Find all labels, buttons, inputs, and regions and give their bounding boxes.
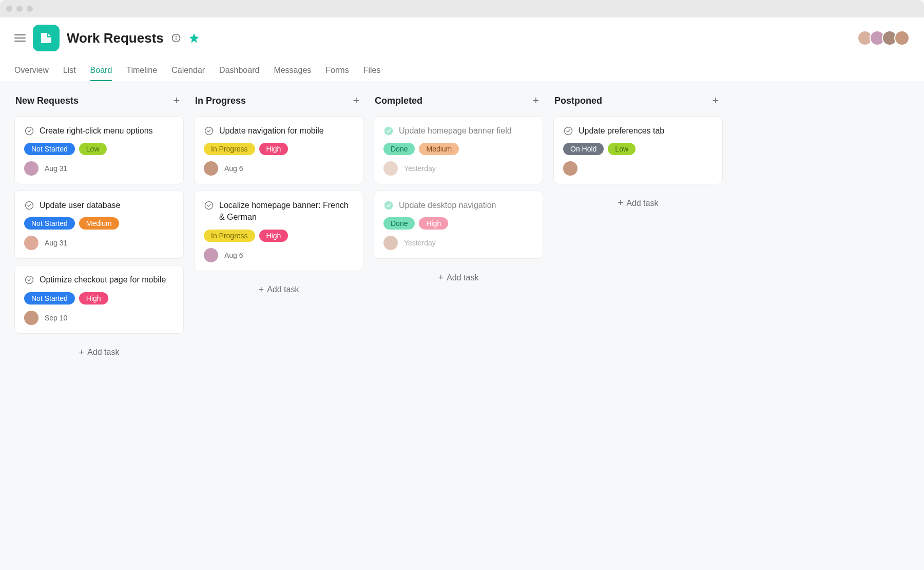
star-icon[interactable] bbox=[188, 32, 200, 44]
board: New Requests+Create right-click menu opt… bbox=[0, 81, 924, 378]
svg-point-6 bbox=[205, 127, 213, 135]
window-dot bbox=[16, 6, 23, 12]
svg-point-8 bbox=[384, 127, 393, 136]
title-row: Work Requests bbox=[14, 25, 910, 51]
tag: Not Started bbox=[24, 292, 75, 305]
tag: Done bbox=[383, 217, 415, 230]
add-task-label: Add task bbox=[267, 285, 299, 294]
tab-forms[interactable]: Forms bbox=[325, 61, 349, 81]
card-title: Update desktop navigation bbox=[399, 199, 496, 211]
assignee-avatar[interactable] bbox=[204, 161, 218, 176]
add-card-icon[interactable]: + bbox=[709, 94, 722, 107]
card-head: Update navigation for mobile bbox=[204, 125, 354, 137]
tab-files[interactable]: Files bbox=[363, 61, 381, 81]
tab-timeline[interactable]: Timeline bbox=[126, 61, 157, 81]
task-card[interactable]: Update navigation for mobileIn ProgressH… bbox=[194, 116, 363, 184]
tag: Not Started bbox=[24, 217, 75, 230]
check-complete-icon[interactable] bbox=[383, 200, 394, 211]
tab-calendar[interactable]: Calendar bbox=[171, 61, 205, 81]
task-card[interactable]: Update user databaseNot StartedMediumAug… bbox=[14, 191, 184, 259]
tab-overview[interactable]: Overview bbox=[14, 61, 49, 81]
tab-dashboard[interactable]: Dashboard bbox=[219, 61, 259, 81]
assignee-avatar[interactable] bbox=[383, 161, 398, 176]
plus-icon: + bbox=[438, 272, 444, 283]
assignee-avatar[interactable] bbox=[204, 248, 218, 262]
due-date: Aug 31 bbox=[45, 239, 67, 247]
card-head: Update user database bbox=[24, 199, 174, 211]
card-foot: Aug 6 bbox=[204, 248, 354, 262]
tag: Low bbox=[79, 143, 107, 155]
card-title: Update homepage banner field bbox=[399, 125, 512, 137]
tab-board[interactable]: Board bbox=[90, 61, 112, 81]
project-title: Work Requests bbox=[67, 30, 164, 46]
plus-icon: + bbox=[79, 347, 85, 358]
add-card-icon[interactable]: + bbox=[530, 94, 542, 107]
check-circle-icon[interactable] bbox=[204, 200, 214, 211]
task-card[interactable]: Update homepage banner fieldDoneMediumYe… bbox=[374, 116, 543, 184]
card-foot bbox=[563, 161, 713, 176]
tag: High bbox=[259, 230, 288, 242]
add-task-button[interactable]: +Add task bbox=[194, 277, 363, 302]
check-circle-icon[interactable] bbox=[24, 275, 34, 285]
tag: Done bbox=[383, 143, 415, 155]
column: In Progress+Update navigation for mobile… bbox=[194, 94, 363, 302]
tag: Not Started bbox=[24, 143, 75, 155]
svg-point-10 bbox=[565, 127, 572, 135]
tag: High bbox=[79, 292, 108, 305]
card-head: Update desktop navigation bbox=[383, 199, 533, 211]
tag: On Hold bbox=[563, 143, 604, 155]
task-card[interactable]: Optimize checkout page for mobileNot Sta… bbox=[14, 265, 184, 333]
card-foot: Sep 10 bbox=[24, 311, 174, 325]
tag: In Progress bbox=[204, 230, 255, 242]
card-title: Update navigation for mobile bbox=[219, 125, 324, 137]
add-task-button[interactable]: +Add task bbox=[553, 191, 723, 216]
hamburger-menu-icon[interactable] bbox=[14, 34, 26, 42]
add-task-button[interactable]: +Add task bbox=[14, 340, 184, 365]
tag: High bbox=[419, 217, 448, 230]
card-foot: Aug 31 bbox=[24, 236, 174, 250]
tags: Not StartedHigh bbox=[24, 292, 174, 305]
add-card-icon[interactable]: + bbox=[170, 94, 183, 107]
column: New Requests+Create right-click menu opt… bbox=[14, 94, 184, 365]
assignee-avatar[interactable] bbox=[563, 161, 578, 176]
avatar[interactable] bbox=[894, 30, 910, 46]
column-title: In Progress bbox=[195, 96, 246, 106]
card-title: Update preferences tab bbox=[579, 125, 664, 137]
check-circle-icon[interactable] bbox=[24, 126, 34, 136]
due-date: Aug 6 bbox=[224, 251, 243, 259]
task-card[interactable]: Create right-click menu optionsNot Start… bbox=[14, 116, 184, 184]
task-card[interactable]: Update desktop navigationDoneHighYesterd… bbox=[374, 191, 543, 259]
window-chrome bbox=[0, 0, 924, 17]
card-foot: Yesterday bbox=[383, 236, 533, 250]
assignee-avatar[interactable] bbox=[24, 161, 38, 176]
task-card[interactable]: Localize homepage banner: French & Germa… bbox=[194, 191, 363, 271]
svg-point-5 bbox=[26, 276, 33, 284]
svg-point-7 bbox=[205, 202, 213, 210]
check-circle-icon[interactable] bbox=[24, 200, 34, 211]
svg-point-4 bbox=[26, 202, 33, 210]
card-head: Optimize checkout page for mobile bbox=[24, 274, 174, 286]
card-foot: Aug 31 bbox=[24, 161, 174, 176]
task-card[interactable]: Update preferences tabOn HoldLow bbox=[553, 116, 723, 184]
column-title: Postponed bbox=[554, 96, 602, 106]
card-title: Localize homepage banner: French & Germa… bbox=[219, 199, 354, 223]
column-title: Completed bbox=[375, 96, 422, 106]
add-task-button[interactable]: +Add task bbox=[374, 265, 543, 290]
info-icon[interactable] bbox=[171, 33, 181, 43]
assignee-avatar[interactable] bbox=[24, 311, 38, 325]
check-complete-icon[interactable] bbox=[383, 126, 394, 136]
svg-point-3 bbox=[26, 127, 33, 135]
card-title: Optimize checkout page for mobile bbox=[40, 274, 166, 286]
assignee-avatar[interactable] bbox=[24, 236, 38, 250]
add-task-label: Add task bbox=[447, 273, 478, 282]
tag: In Progress bbox=[204, 143, 255, 155]
tag: High bbox=[259, 143, 288, 155]
card-head: Update preferences tab bbox=[563, 125, 713, 137]
tab-messages[interactable]: Messages bbox=[274, 61, 311, 81]
member-avatars[interactable] bbox=[860, 30, 910, 46]
check-circle-icon[interactable] bbox=[563, 126, 573, 136]
assignee-avatar[interactable] bbox=[383, 236, 398, 250]
check-circle-icon[interactable] bbox=[204, 126, 214, 136]
tab-list[interactable]: List bbox=[63, 61, 76, 81]
add-card-icon[interactable]: + bbox=[350, 94, 362, 107]
